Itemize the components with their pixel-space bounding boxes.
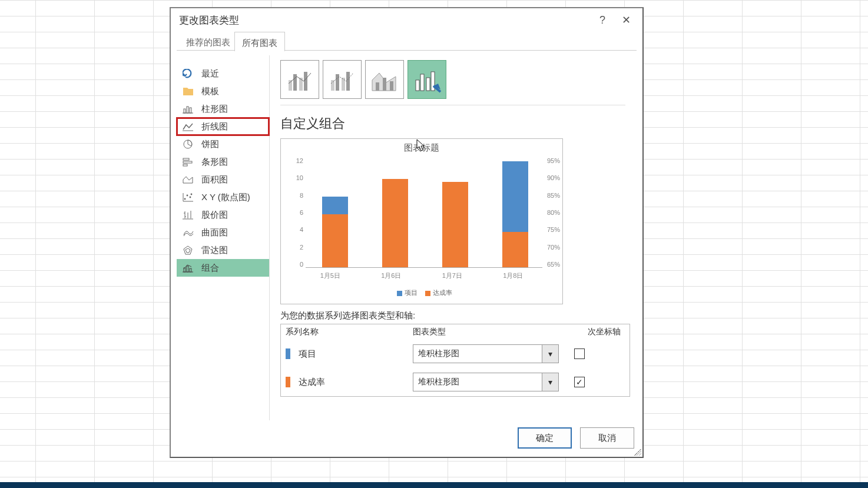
tab-recommended[interactable]: 推荐的图表 <box>179 32 237 51</box>
combo-title: 自定义组合 <box>280 115 637 132</box>
dialog-titlebar: 更改图表类型 ? ✕ <box>171 8 642 32</box>
svg-rect-35 <box>346 72 350 91</box>
tab-all-charts[interactable]: 所有图表 <box>234 32 285 51</box>
header-chart-type: 图表类型 <box>413 327 584 337</box>
svg-rect-41 <box>426 78 430 91</box>
cat-area[interactable]: 面积图 <box>177 171 269 188</box>
y-axis-right: 95% 90% 85% 80% 75% 70% 65% <box>547 157 565 268</box>
line-chart-icon <box>183 121 194 132</box>
bar-2 <box>442 182 468 268</box>
bar-chart-icon <box>183 156 194 168</box>
cat-pie[interactable]: 饼图 <box>177 135 269 153</box>
dialog-footer: 确定 取消 <box>518 427 634 449</box>
bar-0 <box>322 197 348 267</box>
svg-rect-0 <box>183 89 193 95</box>
svg-rect-30 <box>299 78 303 91</box>
ok-button[interactable]: 确定 <box>518 427 572 449</box>
bar-1 <box>382 179 408 267</box>
cat-surface[interactable]: 曲面图 <box>177 224 269 241</box>
series-row-1: 达成率 堆积柱形图 ▾ ✓ <box>281 368 630 396</box>
series-name: 达成率 <box>299 377 413 388</box>
svg-rect-34 <box>342 78 345 91</box>
series-prompt: 为您的数据系列选择图表类型和轴: <box>280 310 637 321</box>
cat-line[interactable]: 折线图 <box>177 118 269 135</box>
resize-grip[interactable] <box>634 449 641 456</box>
header-secondary-axis: 次坐标轴 <box>584 327 625 337</box>
svg-marker-22 <box>184 246 192 254</box>
recent-icon <box>183 68 194 79</box>
svg-point-13 <box>191 194 193 195</box>
svg-marker-23 <box>185 248 190 253</box>
cat-scatter[interactable]: X Y (散点图) <box>177 188 269 206</box>
folder-icon <box>183 85 194 97</box>
y-axis-left: 12 10 8 6 4 2 0 <box>286 157 303 268</box>
series-0-secondary-checkbox[interactable] <box>574 348 585 359</box>
series-name: 项目 <box>299 348 413 360</box>
svg-rect-3 <box>190 108 191 113</box>
svg-rect-36 <box>376 82 379 91</box>
svg-rect-37 <box>383 78 386 91</box>
svg-rect-7 <box>183 158 189 160</box>
x-axis: 1月5日1月6日1月7日1月8日 <box>300 271 544 280</box>
cat-template[interactable]: 模板 <box>177 82 269 100</box>
svg-rect-8 <box>183 161 192 163</box>
radar-chart-icon <box>183 244 194 256</box>
svg-rect-2 <box>187 107 188 113</box>
svg-rect-39 <box>416 80 419 91</box>
tab-bar: 推荐的图表 所有图表 <box>177 32 637 51</box>
cat-column[interactable]: 柱形图 <box>177 100 269 118</box>
subtype-clustered-column-line[interactable] <box>280 60 319 99</box>
cat-stock[interactable]: 股价图 <box>177 206 269 224</box>
change-chart-type-dialog: 更改图表类型 ? ✕ 推荐的图表 所有图表 最近 模板 柱形图 折线图 <box>170 7 644 458</box>
series-1-secondary-checkbox[interactable]: ✓ <box>574 377 585 387</box>
header-series-name: 系列名称 <box>286 327 413 337</box>
series-table: 系列名称 图表类型 次坐标轴 项目 堆积柱形图 ▾ 达成率 <box>280 324 630 397</box>
chevron-down-icon: ▾ <box>542 373 558 391</box>
plot-area <box>306 160 542 268</box>
subtype-clustered-column-line-secondary[interactable] <box>323 60 362 99</box>
scatter-chart-icon <box>183 191 194 203</box>
stock-chart-icon <box>183 209 194 221</box>
series-swatch <box>286 348 290 359</box>
column-chart-icon <box>183 103 194 115</box>
subtype-custom-combo[interactable] <box>408 60 446 99</box>
svg-point-10 <box>184 198 186 200</box>
svg-rect-40 <box>420 74 424 91</box>
close-button[interactable]: ✕ <box>614 9 638 31</box>
chart-preview[interactable]: 图表标题 12 10 8 6 4 2 0 95% 90% 85% <box>280 138 563 304</box>
cat-combo[interactable]: 组合 <box>177 259 269 277</box>
cat-bar[interactable]: 条形图 <box>177 153 269 171</box>
chart-category-list: 最近 模板 柱形图 折线图 饼图 条形图 <box>177 55 270 420</box>
svg-point-11 <box>187 195 188 197</box>
subtype-stacked-area-column[interactable] <box>365 60 404 99</box>
svg-rect-9 <box>183 164 187 166</box>
svg-rect-38 <box>390 81 393 91</box>
area-chart-icon <box>183 174 194 185</box>
combo-subtype-gallery <box>280 60 637 99</box>
svg-point-12 <box>190 197 191 198</box>
chart-options-pane: 自定义组合 图表标题 12 10 8 6 4 2 0 95% <box>270 55 637 420</box>
svg-rect-28 <box>289 80 292 91</box>
svg-rect-25 <box>187 266 188 272</box>
combo-chart-icon <box>183 262 194 274</box>
pie-chart-icon <box>183 138 194 150</box>
svg-rect-1 <box>184 109 185 113</box>
cancel-button[interactable]: 取消 <box>580 427 634 449</box>
series-1-type-dropdown[interactable]: 堆积柱形图 ▾ <box>413 373 559 391</box>
series-swatch <box>286 377 290 387</box>
series-header-row: 系列名称 图表类型 次坐标轴 <box>281 324 630 340</box>
svg-rect-31 <box>304 72 307 91</box>
chart-legend: 项目 达成率 <box>283 288 560 297</box>
series-row-0: 项目 堆积柱形图 ▾ <box>281 340 630 368</box>
cat-radar[interactable]: 雷达图 <box>177 241 269 259</box>
bar-3 <box>502 161 528 267</box>
dialog-title-text: 更改图表类型 <box>179 14 239 27</box>
series-0-type-dropdown[interactable]: 堆积柱形图 ▾ <box>413 344 559 363</box>
svg-rect-32 <box>331 80 334 91</box>
svg-rect-26 <box>190 268 191 272</box>
surface-chart-icon <box>183 227 194 238</box>
chart-title: 图表标题 <box>283 142 560 154</box>
chevron-down-icon: ▾ <box>542 345 558 363</box>
cat-recent[interactable]: 最近 <box>177 65 269 82</box>
help-button[interactable]: ? <box>591 9 614 31</box>
